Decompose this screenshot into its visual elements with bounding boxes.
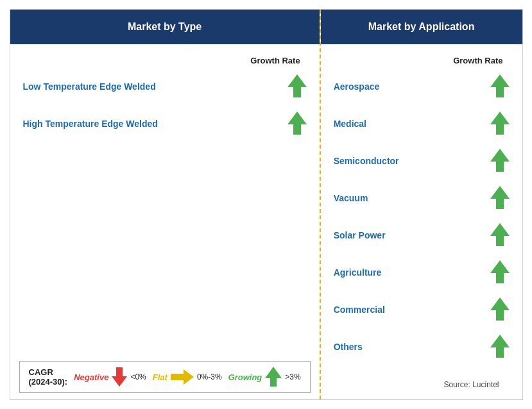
item-label-others: Others	[334, 341, 363, 353]
legend-flat: Flat 0%-3%	[153, 371, 222, 383]
item-label-vacuum: Vacuum	[334, 192, 368, 204]
legend-negative-sub: <0%	[130, 372, 146, 381]
left-panel-header: Market by Type	[10, 10, 320, 44]
table-row: Vacuum	[334, 179, 510, 217]
flat-arrow-right-icon	[171, 371, 194, 383]
growth-arrow-up-icon	[490, 186, 510, 210]
legend-growing-sub: >3%	[285, 372, 300, 381]
table-row: Commercial	[334, 291, 510, 328]
item-label-high-temp: High Temperature Edge Welded	[23, 118, 158, 129]
growth-arrow-up-icon	[490, 112, 510, 136]
item-label-aerospace: Aerospace	[334, 81, 380, 92]
item-label-agriculture: Agriculture	[334, 267, 382, 278]
legend-flat-sub: 0%-3%	[197, 372, 222, 381]
growth-arrow-up-icon	[490, 297, 510, 322]
item-label-commercial: Commercial	[334, 304, 385, 315]
item-label-solar: Solar Power	[334, 230, 386, 241]
item-label-semiconductor: Semiconductor	[334, 155, 399, 167]
legend-cagr-label: CAGR(2024-30):	[29, 367, 68, 387]
left-panel: Market by Type Growth Rate Low Temperatu…	[10, 10, 320, 399]
growth-arrow-up-icon	[490, 260, 510, 285]
right-growth-rate-label: Growth Rate	[334, 51, 510, 68]
left-panel-body: Growth Rate Low Temperature Edge Welded …	[10, 44, 320, 355]
legend-flat-label: Flat	[153, 372, 167, 382]
growth-arrow-up-icon	[287, 112, 307, 136]
legend-growing: Growing >3%	[228, 367, 301, 387]
legend-negative-label: Negative	[74, 372, 108, 382]
growth-arrow-up-icon	[287, 74, 307, 99]
item-label-medical: Medical	[334, 118, 366, 129]
table-row: Low Temperature Edge Welded	[23, 68, 307, 105]
right-panel: Market by Application Growth Rate Aerosp…	[321, 10, 522, 399]
left-growth-rate-label: Growth Rate	[23, 51, 307, 68]
table-row: Aerospace	[334, 68, 510, 105]
main-container: Market by Type Growth Rate Low Temperatu…	[10, 9, 523, 400]
legend-growing-label: Growing	[228, 372, 262, 382]
table-row: Medical	[334, 105, 510, 142]
growth-arrow-up-icon	[490, 223, 510, 247]
table-row: Agriculture	[334, 254, 510, 291]
table-row: Solar Power	[334, 217, 510, 254]
growth-arrow-up-icon	[490, 149, 510, 173]
growing-arrow-up-icon	[265, 367, 282, 387]
table-row: Others	[334, 328, 510, 365]
right-panel-body: Growth Rate Aerospace Medical Semiconduc…	[321, 44, 522, 399]
legend-negative: Negative <0%	[74, 367, 146, 387]
legend-box: CAGR(2024-30): Negative <0% Flat 0%-3	[19, 361, 311, 393]
source-label: Source: Lucintel	[334, 376, 510, 393]
table-row: Semiconductor	[334, 142, 510, 179]
growth-arrow-up-icon	[490, 335, 510, 359]
legend-footer: CAGR(2024-30): Negative <0% Flat 0%-3	[10, 355, 320, 399]
growth-arrow-up-icon	[490, 74, 510, 99]
item-label-low-temp: Low Temperature Edge Welded	[23, 81, 156, 92]
right-panel-header: Market by Application	[321, 10, 522, 44]
negative-arrow-down-icon	[112, 367, 127, 387]
table-row: High Temperature Edge Welded	[23, 105, 307, 142]
